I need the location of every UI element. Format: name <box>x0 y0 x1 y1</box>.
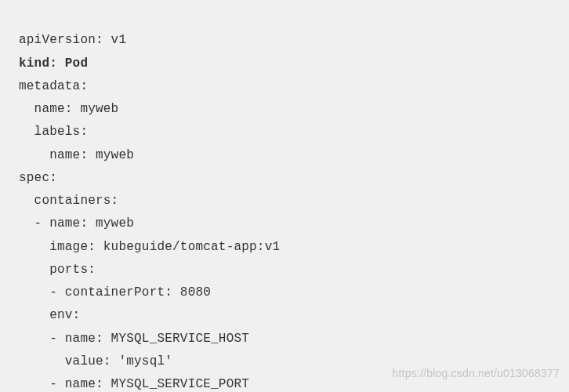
watermark-text: https://blog.csdn.net/u013068377 <box>393 364 560 384</box>
code-line: image: kubeguide/tomcat-app:v1 <box>19 240 280 254</box>
code-line: spec: <box>19 171 57 185</box>
code-line: value: 'mysql' <box>19 354 172 368</box>
code-line: - name: MYSQL_SERVICE_PORT <box>19 377 249 391</box>
code-line: name: myweb <box>19 102 118 116</box>
code-line: env: <box>19 308 80 322</box>
code-line: metadata: <box>19 79 88 93</box>
code-line: - name: MYSQL_SERVICE_HOST <box>19 332 249 346</box>
code-line: ports: <box>19 263 96 277</box>
code-line: - name: myweb <box>19 216 134 230</box>
yaml-code-block: apiVersion: v1 kind: Pod metadata: name:… <box>0 0 569 392</box>
code-line: labels: <box>19 125 88 139</box>
code-line: apiVersion: v1 <box>19 33 126 47</box>
code-line: - containerPort: 8080 <box>19 285 211 299</box>
code-line: containers: <box>19 194 118 208</box>
code-line-bold: kind: Pod <box>19 56 88 71</box>
code-line: name: myweb <box>19 148 134 162</box>
